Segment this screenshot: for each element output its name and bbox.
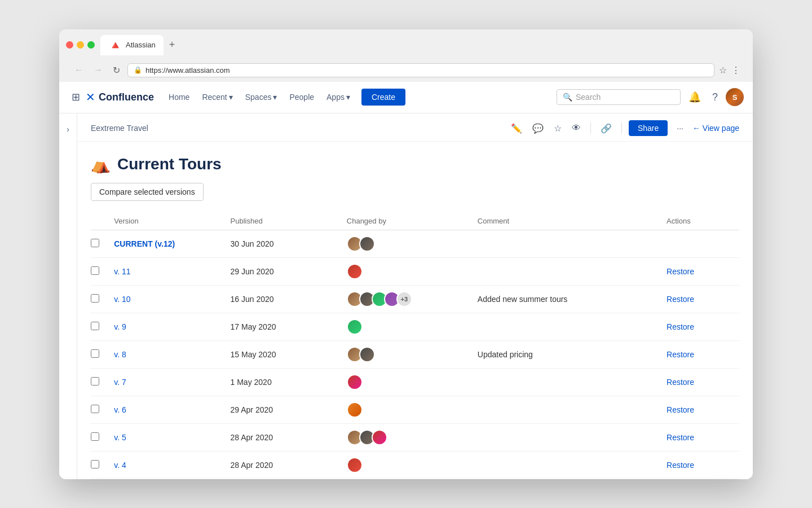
- version-link[interactable]: v. 6: [114, 405, 126, 414]
- share-button[interactable]: Share: [629, 120, 668, 136]
- row-checkbox[interactable]: [91, 377, 99, 386]
- published-date: 29 Apr 2020: [231, 396, 347, 423]
- changed-by: [347, 396, 478, 423]
- breadcrumb[interactable]: Eextreme Travel: [91, 124, 148, 133]
- avatar: [347, 402, 363, 418]
- address-bar[interactable]: 🔒 https://www.atlassian.com: [127, 63, 714, 77]
- tab-title: Atlassian: [126, 41, 156, 49]
- version-label[interactable]: CURRENT (v.12): [114, 239, 175, 248]
- app-navbar: ⊞ ✕ Confluence Home Recent ▾ Spaces ▾ Pe…: [59, 82, 753, 113]
- active-tab[interactable]: 🔺 Atlassian: [100, 35, 164, 55]
- restore-link[interactable]: Restore: [667, 267, 694, 276]
- version-comment: [478, 257, 667, 285]
- version-link[interactable]: v. 4: [114, 461, 126, 470]
- published-date: 1 May 2020: [231, 368, 347, 396]
- published-date: 30 Jun 2020: [231, 230, 347, 257]
- published-date: 29 Jun 2020: [231, 257, 347, 285]
- version-link[interactable]: v. 9: [114, 322, 126, 331]
- back-button[interactable]: ←: [72, 64, 86, 76]
- col-changedby: Changed by: [347, 212, 478, 230]
- close-button[interactable]: [66, 41, 73, 49]
- new-tab-button[interactable]: +: [167, 39, 178, 51]
- link-button[interactable]: 🔗: [598, 120, 615, 137]
- restore-link[interactable]: Restore: [667, 295, 694, 304]
- version-link[interactable]: v. 10: [114, 295, 130, 304]
- avatar: [347, 374, 363, 390]
- nav-right: 🔍 Search 🔔 ? S: [557, 87, 744, 107]
- user-avatar[interactable]: S: [726, 88, 744, 106]
- confluence-logo[interactable]: ✕ Confluence: [86, 90, 154, 104]
- chevron-down-icon: ▾: [229, 93, 233, 102]
- watch-button[interactable]: 👁: [569, 120, 584, 136]
- confluence-logo-icon: ✕: [86, 90, 95, 104]
- search-box[interactable]: 🔍 Search: [557, 89, 681, 105]
- browser-window: 🔺 Atlassian + ← → ↻ 🔒 https://www.atlass…: [59, 29, 753, 479]
- breadcrumb-bar: Eextreme Travel ✏️ 💬 ☆ 👁 🔗 Share ··· ← V…: [77, 113, 753, 142]
- forward-button[interactable]: →: [91, 64, 105, 76]
- browser-toolbar: ← → ↻ 🔒 https://www.atlassian.com ☆ ⋮: [66, 60, 746, 82]
- restore-link[interactable]: Restore: [667, 433, 694, 442]
- version-link[interactable]: v. 5: [114, 433, 126, 442]
- traffic-lights: [66, 41, 95, 49]
- refresh-button[interactable]: ↻: [110, 64, 123, 77]
- divider: [590, 122, 591, 134]
- grid-icon-button[interactable]: ⊞: [68, 87, 83, 107]
- nav-recent[interactable]: Recent ▾: [196, 89, 238, 105]
- row-checkbox[interactable]: [91, 322, 99, 330]
- published-date: 28 Apr 2020: [231, 423, 347, 451]
- restore-link[interactable]: Restore: [667, 405, 694, 414]
- comment-button[interactable]: 💬: [529, 120, 546, 137]
- table-row: v. 815 May 2020Updated pricingRestore: [91, 340, 739, 368]
- row-checkbox[interactable]: [91, 239, 99, 247]
- search-icon: 🔍: [563, 93, 572, 102]
- version-comment: Updated pricing: [478, 340, 667, 368]
- row-checkbox[interactable]: [91, 405, 99, 413]
- help-button[interactable]: ?: [709, 88, 721, 107]
- version-comment: [478, 423, 667, 451]
- nav-apps[interactable]: Apps ▾: [321, 89, 356, 105]
- notification-bell-button[interactable]: 🔔: [685, 87, 704, 107]
- main-content: ⛺ Current Tours Compare selected version…: [77, 142, 753, 479]
- row-checkbox[interactable]: [91, 349, 99, 358]
- menu-icon[interactable]: ⋮: [731, 65, 740, 76]
- version-link[interactable]: v. 11: [114, 267, 130, 276]
- tab-bar: 🔺 Atlassian +: [100, 35, 746, 55]
- create-button[interactable]: Create: [361, 89, 405, 106]
- restore-link[interactable]: Restore: [667, 378, 694, 387]
- table-row: v. 1129 Jun 2020Restore: [91, 257, 739, 285]
- edit-button[interactable]: ✏️: [508, 120, 525, 137]
- restore-link[interactable]: Restore: [667, 350, 694, 359]
- row-checkbox[interactable]: [91, 460, 99, 468]
- version-comment: Added new summer tours: [478, 285, 667, 313]
- nav-people[interactable]: People: [284, 89, 320, 105]
- nav-home[interactable]: Home: [163, 89, 195, 105]
- star-icon[interactable]: ☆: [719, 65, 727, 76]
- version-link[interactable]: v. 8: [114, 350, 126, 359]
- restore-link[interactable]: Restore: [667, 461, 694, 470]
- avatar-count-badge: +3: [396, 291, 412, 307]
- col-actions: Actions: [667, 212, 739, 230]
- star-page-button[interactable]: ☆: [551, 120, 564, 137]
- minimize-button[interactable]: [77, 41, 84, 49]
- changed-by: [347, 451, 478, 479]
- row-checkbox[interactable]: [91, 432, 99, 441]
- published-date: 16 Jun 2020: [231, 285, 347, 313]
- published-date: 28 Apr 2020: [231, 451, 347, 479]
- table-header: Version Published Changed by Comment Act…: [91, 212, 739, 230]
- changed-by: [347, 368, 478, 396]
- changed-by: +3: [347, 285, 478, 313]
- changed-by: [347, 230, 478, 257]
- lock-icon: 🔒: [134, 66, 142, 74]
- row-checkbox[interactable]: [91, 266, 99, 275]
- restore-link[interactable]: Restore: [667, 322, 694, 331]
- row-checkbox[interactable]: [91, 294, 99, 303]
- version-link[interactable]: v. 7: [114, 378, 126, 387]
- page-content-area: › Eextreme Travel ✏️ 💬 ☆ 👁 🔗 Share ··· ←…: [59, 113, 753, 479]
- sidebar-toggle-button[interactable]: ›: [63, 122, 73, 136]
- compare-selected-versions-button[interactable]: Compare selected versions: [91, 183, 204, 201]
- more-options-button[interactable]: ···: [672, 121, 688, 135]
- nav-spaces[interactable]: Spaces ▾: [240, 89, 283, 105]
- maximize-button[interactable]: [87, 41, 95, 49]
- avatar: [347, 457, 363, 473]
- view-page-button[interactable]: ← View page: [692, 124, 739, 133]
